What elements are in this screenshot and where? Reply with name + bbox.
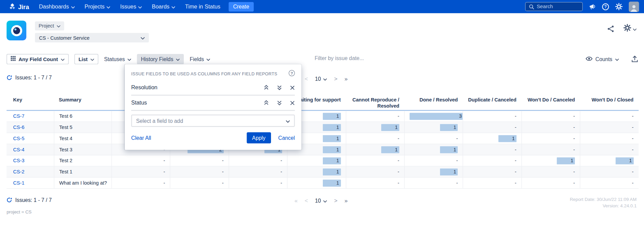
count-cell: -: [521, 166, 580, 177]
nav-item-issues[interactable]: Issues: [120, 3, 142, 10]
next-page-button[interactable]: >: [334, 197, 337, 204]
issues-count-label: Issues: 1 - 7 / 7: [15, 197, 52, 203]
count-bar: 1: [323, 169, 341, 176]
count-cell: -: [111, 177, 170, 189]
count-bar: 1: [323, 157, 341, 165]
count-cell: -: [463, 111, 521, 122]
issue-key-link[interactable]: CS-3: [13, 158, 24, 164]
issue-key-link[interactable]: CS-7: [13, 113, 24, 119]
jira-logo-text: Jira: [18, 3, 29, 10]
report-table: KeySummary/ Waiting for supportCannot Re…: [6, 95, 639, 189]
count-cell: -: [346, 133, 404, 144]
table-row: CS-1What am I looking at?---1-----: [6, 177, 639, 189]
nav-item-projects[interactable]: Projects: [84, 3, 110, 10]
count-cell: -: [346, 155, 404, 167]
column-header: Duplicate / Canceled: [463, 95, 521, 103]
statuses-button[interactable]: Statuses: [104, 56, 131, 62]
count-cell: -: [580, 111, 639, 122]
move-to-bottom-icon[interactable]: [277, 100, 282, 106]
page-size-value: 10: [315, 76, 321, 82]
count-bar: 1: [323, 146, 341, 153]
next-page-button[interactable]: >: [334, 75, 337, 82]
chevron-down-icon: [171, 3, 175, 10]
search-input[interactable]: [537, 4, 579, 10]
top-navbar: Jira Dashboards Projects Issues Boards: [0, 0, 644, 13]
refresh-icon[interactable]: [6, 75, 12, 80]
issue-key-link[interactable]: CS-1: [13, 180, 24, 186]
chevron-down-icon: [90, 56, 94, 62]
issue-key-link[interactable]: CS-6: [13, 125, 24, 130]
issue-key-link[interactable]: CS-5: [13, 135, 24, 141]
report-toolbar: Any Field Count List Statuses History Fi…: [6, 54, 638, 64]
report-type-label: Any Field Count: [19, 56, 58, 62]
issue-key-link[interactable]: CS-4: [13, 147, 24, 152]
help-icon[interactable]: ?: [602, 3, 609, 10]
report-settings-button[interactable]: [623, 24, 637, 33]
export-icon[interactable]: [631, 56, 638, 63]
nav-item-label: Issues: [120, 3, 136, 10]
table-row: CS-3Test 2---1---11: [6, 155, 639, 167]
nav-item-time-in-status[interactable]: Time in Status: [185, 3, 220, 10]
count-cell: -: [229, 166, 287, 177]
issue-key-cell: CS-1: [6, 177, 54, 189]
pagination-top: « < 10 > »: [294, 75, 348, 82]
issue-key-link[interactable]: CS-2: [13, 169, 24, 175]
report-type-button[interactable]: Any Field Count: [6, 54, 68, 64]
project-select[interactable]: CS - Customer Service: [35, 33, 149, 42]
history-fields-button[interactable]: History Fields: [137, 54, 184, 64]
page-size-value: 10: [315, 198, 321, 204]
refresh-icon[interactable]: [6, 197, 12, 203]
jira-logo[interactable]: Jira: [9, 3, 29, 10]
move-to-bottom-icon[interactable]: [277, 85, 282, 90]
gear-icon[interactable]: [615, 3, 623, 10]
view-mode-button[interactable]: List: [75, 54, 99, 64]
page-size-select[interactable]: 10: [315, 198, 327, 204]
first-page-button[interactable]: «: [294, 197, 297, 204]
count-cell: -: [111, 166, 170, 177]
nav-item-boards[interactable]: Boards: [152, 3, 175, 10]
announcements-icon[interactable]: [589, 3, 596, 10]
prev-page-button[interactable]: <: [305, 75, 308, 82]
last-page-button[interactable]: »: [345, 75, 348, 82]
page-size-select[interactable]: 10: [315, 76, 327, 82]
prev-page-button[interactable]: <: [305, 197, 308, 204]
cancel-link[interactable]: Cancel: [278, 135, 295, 141]
eye-icon: [585, 56, 593, 62]
popup-help-icon[interactable]: ?: [289, 70, 295, 76]
project-scope-button[interactable]: Project: [35, 21, 64, 31]
history-fields-popup: ISSUE FIELDS TO BE USED AS COLUMNS FOR A…: [125, 64, 302, 150]
remove-field-icon[interactable]: [290, 85, 295, 90]
page: Jira Dashboards Projects Issues Boards: [0, 0, 644, 225]
add-field-select[interactable]: Select a field to add: [131, 114, 295, 127]
count-cell: 1: [287, 177, 346, 189]
chevron-down-icon: [71, 3, 75, 10]
field-name: Status: [131, 100, 147, 106]
clear-all-link[interactable]: Clear All: [131, 135, 151, 141]
fields-button[interactable]: Fields: [190, 56, 210, 62]
nav-item-dashboards[interactable]: Dashboards: [39, 3, 75, 10]
history-fields-label: History Fields: [141, 56, 173, 62]
table-body: CS-7Test 61-3---CS-6Test 5111---CS-5Test…: [6, 111, 639, 189]
move-to-top-icon[interactable]: [264, 100, 269, 106]
count-bar: 1: [498, 135, 516, 143]
apply-button[interactable]: Apply: [247, 132, 271, 144]
nav-item-label: Projects: [84, 3, 104, 10]
move-to-top-icon[interactable]: [264, 85, 269, 90]
project-avatar-icon: [11, 25, 22, 36]
nav-item-label: Boards: [152, 3, 169, 10]
counts-label: Counts: [595, 56, 612, 62]
counts-toggle-button[interactable]: Counts: [585, 56, 619, 62]
nav-menu: Dashboards Projects Issues Boards Time i…: [39, 3, 221, 10]
share-icon[interactable]: [607, 25, 615, 32]
create-button[interactable]: Create: [229, 2, 254, 11]
remove-field-icon[interactable]: [290, 100, 295, 106]
count-cell: -: [111, 155, 170, 167]
issue-summary: Test 2: [54, 155, 111, 167]
table-row: CS-2Test 1---1-1---: [6, 166, 639, 177]
last-page-button[interactable]: »: [345, 197, 348, 204]
table-row: CS-6Test 5111---: [6, 122, 639, 133]
issue-summary: Test 6: [54, 111, 111, 122]
user-avatar[interactable]: [629, 1, 639, 12]
issue-key-cell: CS-3: [6, 155, 54, 167]
issue-date-filter-input[interactable]: [315, 55, 389, 61]
